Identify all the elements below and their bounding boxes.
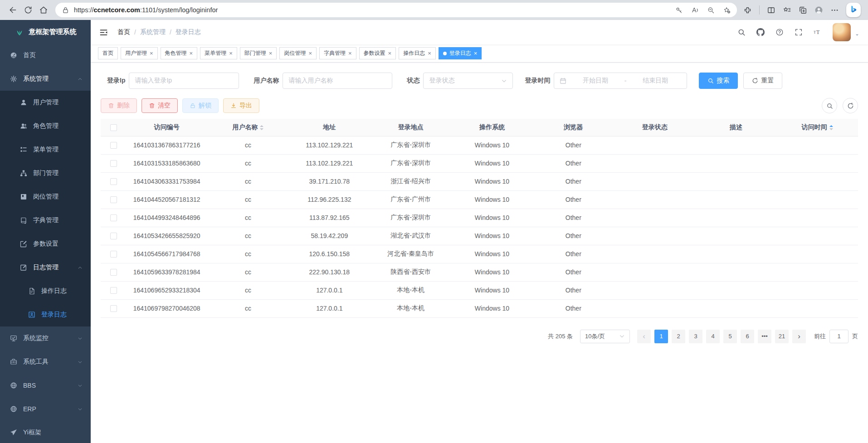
next-page-button[interactable]: › (792, 330, 806, 343)
tab-close-icon[interactable]: × (348, 50, 352, 56)
tab-close-icon[interactable]: × (269, 50, 273, 56)
tab-菜单管理[interactable]: 菜单管理× (200, 47, 237, 59)
bing-chat-button[interactable] (846, 3, 861, 17)
row-checkbox[interactable] (110, 269, 117, 276)
fullscreen-icon[interactable] (795, 28, 803, 36)
tab-close-icon[interactable]: × (190, 50, 193, 56)
collections-icon[interactable] (799, 6, 807, 15)
sidebar-item-菜单管理[interactable]: 菜单管理 (0, 138, 91, 161)
search-icon[interactable] (737, 28, 746, 36)
row-checkbox[interactable] (110, 251, 117, 258)
goto-page-input[interactable] (829, 330, 848, 343)
username-filter-input[interactable]: 请输入用户名称 (283, 73, 392, 89)
reset-button[interactable]: 重置 (743, 73, 782, 89)
sidebar-item-Yi框架[interactable]: Yi框架 (0, 421, 91, 443)
font-size-icon[interactable]: TT (814, 28, 822, 36)
tab-close-icon[interactable]: × (428, 50, 431, 56)
clear-button[interactable]: 清空 (141, 98, 178, 113)
page-button-5[interactable]: 5 (723, 330, 737, 343)
page-more-button[interactable]: ••• (758, 330, 771, 343)
tab-close-icon[interactable]: × (229, 50, 233, 56)
row-checkbox[interactable] (110, 305, 117, 312)
tab-部门管理[interactable]: 部门管理× (240, 47, 277, 59)
sort-caret-icon[interactable] (260, 125, 263, 130)
zoom-out-icon[interactable] (707, 6, 715, 14)
sidebar-item-部门管理[interactable]: 部门管理 (0, 161, 91, 185)
prev-page-button[interactable]: ‹ (637, 330, 651, 343)
help-icon[interactable] (775, 28, 784, 36)
row-checkbox[interactable] (110, 160, 117, 167)
sidebar-item-参数设置[interactable]: 参数设置 (0, 232, 91, 256)
sidebar-item-系统监控[interactable]: 系统监控 (0, 326, 91, 350)
tab-岗位管理[interactable]: 岗位管理× (279, 47, 317, 59)
ip-filter-input[interactable]: 请输入登录Ip (129, 73, 239, 89)
tab-角色管理[interactable]: 角色管理× (161, 47, 198, 59)
export-button[interactable]: 导出 (223, 98, 259, 113)
delete-button[interactable]: 删除 (101, 98, 137, 113)
read-aloud-icon[interactable] (691, 6, 699, 14)
cell-desc (695, 190, 776, 209)
sidebar-item-岗位管理[interactable]: 岗位管理 (0, 185, 91, 209)
page-button-1[interactable]: 1 (654, 330, 668, 343)
tab-用户管理[interactable]: 用户管理× (121, 47, 158, 59)
sidebar-item-BBS[interactable]: BBS (0, 374, 91, 397)
sidebar-item-角色管理[interactable]: 角色管理 (0, 114, 91, 138)
tab-首页[interactable]: 首页 (98, 47, 118, 59)
sidebar-item-登录日志[interactable]: 登录日志 (0, 303, 91, 326)
page-button-21[interactable]: 21 (775, 330, 789, 343)
column-header-访问时间[interactable]: 访问时间 (777, 119, 858, 136)
sort-caret-icon[interactable] (829, 125, 833, 130)
extensions-icon[interactable] (743, 6, 752, 15)
back-icon[interactable] (8, 5, 17, 15)
breadcrumb-item[interactable]: 首页 (117, 28, 130, 36)
split-screen-icon[interactable] (767, 6, 775, 15)
favorites-bar-icon[interactable] (783, 6, 791, 15)
sidebar-item-日志管理[interactable]: 日志管理 (0, 256, 91, 279)
column-header-用户名称[interactable]: 用户名称 (207, 119, 288, 136)
tab-操作日志[interactable]: 操作日志× (399, 47, 436, 59)
row-checkbox[interactable] (110, 142, 117, 149)
chevron-down-icon[interactable] (854, 32, 860, 38)
tab-close-icon[interactable]: × (150, 50, 153, 56)
search-button[interactable]: 搜索 (699, 73, 738, 89)
sidebar-item-系统管理[interactable]: 系统管理 (0, 67, 91, 91)
status-filter-select[interactable]: 登录状态 (423, 73, 513, 89)
login-time-range-picker[interactable]: 开始日期 - 结束日期 (554, 73, 687, 89)
page-button-6[interactable]: 6 (741, 330, 754, 343)
page-button-3[interactable]: 3 (689, 330, 702, 343)
address-bar[interactable]: https://ccnetcore.com:1101/system/log/lo… (55, 3, 737, 17)
refresh-circle-button[interactable] (843, 98, 858, 113)
row-checkbox[interactable] (110, 233, 117, 239)
refresh-icon[interactable] (24, 5, 33, 15)
page-button-4[interactable]: 4 (706, 330, 720, 343)
tab-close-icon[interactable]: × (388, 50, 392, 56)
tab-登录日志[interactable]: 登录日志× (439, 47, 482, 59)
sidebar-item-系统工具[interactable]: 系统工具 (0, 350, 91, 374)
sidebar-item-ERP[interactable]: ERP (0, 397, 91, 421)
home-icon[interactable] (39, 5, 48, 15)
unlock-button[interactable]: 解锁 (182, 98, 219, 113)
sidebar-item-用户管理[interactable]: 用户管理 (0, 91, 91, 114)
row-checkbox[interactable] (110, 214, 117, 221)
row-checkbox[interactable] (110, 196, 117, 203)
avatar[interactable] (833, 23, 851, 41)
sidebar-collapse-icon[interactable] (99, 28, 108, 37)
row-checkbox[interactable] (110, 287, 117, 294)
sidebar-item-操作日志[interactable]: 操作日志 (0, 279, 91, 303)
tab-close-icon[interactable]: × (474, 50, 478, 56)
tab-字典管理[interactable]: 字典管理× (319, 47, 356, 59)
search-circle-button[interactable] (822, 98, 837, 113)
page-size-select[interactable]: 10条/页 (580, 330, 630, 343)
key-icon[interactable] (675, 6, 683, 14)
github-icon[interactable] (756, 28, 765, 36)
add-favorite-icon[interactable] (723, 6, 731, 14)
sidebar-item-字典管理[interactable]: 字典管理 (0, 209, 91, 232)
more-icon[interactable] (830, 6, 839, 15)
tab-close-icon[interactable]: × (308, 50, 312, 56)
row-checkbox[interactable] (110, 178, 117, 185)
profile-icon[interactable] (814, 6, 823, 15)
tab-参数设置[interactable]: 参数设置× (359, 47, 396, 59)
sidebar-item-首页[interactable]: 首页 (0, 44, 91, 67)
page-button-2[interactable]: 2 (672, 330, 685, 343)
select-all-checkbox[interactable] (110, 124, 117, 131)
